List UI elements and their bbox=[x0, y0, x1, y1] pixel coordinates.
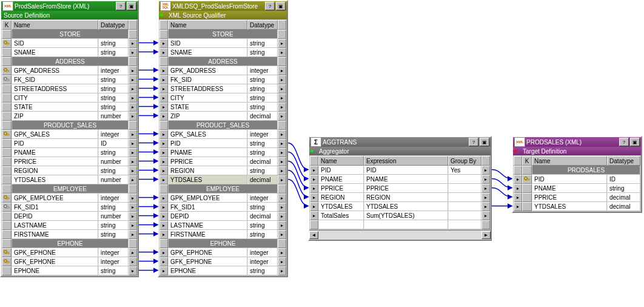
out-port[interactable]: ▸ bbox=[278, 212, 286, 221]
in-port[interactable]: ▸ bbox=[159, 194, 168, 203]
table-row[interactable]: FIRSTNAME string bbox=[12, 230, 129, 239]
out-port[interactable]: ▸ bbox=[278, 203, 286, 212]
column-header-datatype[interactable]: Datatype bbox=[607, 156, 640, 166]
out-port[interactable]: ▸ bbox=[129, 103, 137, 112]
table-row[interactable]: GFK_EPHONE integer bbox=[168, 257, 278, 266]
in-port[interactable]: ▸ bbox=[159, 230, 168, 239]
table-row[interactable]: FK_SID string bbox=[168, 75, 278, 84]
table-row[interactable]: REGION string bbox=[168, 166, 278, 175]
table-row[interactable]: SNAME string bbox=[168, 48, 278, 57]
column-header-inport[interactable] bbox=[159, 20, 168, 30]
in-port[interactable]: ▸ bbox=[159, 39, 168, 48]
out-port[interactable]: ▸ bbox=[129, 130, 137, 139]
in-port[interactable]: ▸ bbox=[514, 202, 522, 211]
in-port[interactable]: ▸ bbox=[159, 248, 168, 257]
column-header-datatype[interactable]: Datatype bbox=[98, 20, 129, 30]
table-row[interactable]: GPK_ADDRESS integer bbox=[168, 66, 278, 75]
in-port[interactable]: ▸ bbox=[514, 175, 522, 184]
in-port[interactable]: ▸ bbox=[159, 212, 168, 221]
in-port[interactable]: ▸ bbox=[159, 257, 168, 266]
table-row[interactable]: FK_SID1 string bbox=[168, 203, 278, 212]
in-port[interactable]: ▸ bbox=[159, 221, 168, 230]
table-row[interactable]: PPRICE decimal bbox=[532, 193, 640, 202]
table-row[interactable]: DEPID decimal bbox=[168, 212, 278, 221]
out-port[interactable]: ▸ bbox=[129, 266, 137, 275]
scroll-right-button[interactable]: ► bbox=[481, 231, 491, 239]
table-row[interactable]: GPK_EPHONE integer bbox=[168, 248, 278, 257]
table-row[interactable]: SNAME string bbox=[12, 48, 129, 57]
panel-titlebar[interactable]: XML PRODSALES (XML) ? ▣ bbox=[513, 137, 641, 147]
in-port[interactable]: ▸ bbox=[159, 139, 168, 148]
out-port[interactable]: ▸ bbox=[278, 39, 286, 48]
in-port[interactable]: ▸ bbox=[159, 112, 168, 121]
in-port[interactable]: ▸ bbox=[159, 75, 168, 84]
table-row[interactable] bbox=[318, 220, 481, 229]
source-qualifier-panel[interactable]: XML SQL XMLDSQ_ProdSalesFromStore ? ▣ ➔ … bbox=[158, 0, 288, 277]
out-port[interactable]: ▸ bbox=[278, 175, 286, 184]
table-row[interactable]: GPK_SALES integer bbox=[12, 130, 129, 139]
table-row[interactable]: FK_SID string bbox=[12, 75, 129, 84]
out-port[interactable]: ▸ bbox=[129, 66, 137, 75]
table-row[interactable]: FK_SID1 string bbox=[12, 203, 129, 212]
table-row[interactable]: GFK_EPHONE integer bbox=[12, 257, 129, 266]
out-port[interactable]: ▸ bbox=[278, 257, 286, 266]
table-row[interactable]: YTDSALES YTDSALES bbox=[318, 202, 481, 211]
panel-help-button[interactable]: ? bbox=[619, 138, 629, 146]
table-row[interactable]: PPRICE decimal bbox=[168, 157, 278, 166]
panel-titlebar[interactable]: XML ProdSalesFromStore (XML) ? ▣ bbox=[1, 1, 138, 11]
in-port[interactable]: ▸ bbox=[159, 157, 168, 166]
column-header-name[interactable]: Name bbox=[168, 20, 247, 30]
aggregator-panel[interactable]: Σ AGGTRANS ? ▣ ➔ Aggregator ▸▸▸▸▸▸ Name … bbox=[308, 136, 492, 241]
out-port[interactable]: ▸ bbox=[481, 175, 490, 184]
panel-toggle-button[interactable]: ▣ bbox=[480, 138, 489, 146]
horizontal-scrollbar[interactable]: ◄ ► bbox=[309, 230, 491, 240]
column-header-inport[interactable] bbox=[310, 156, 318, 166]
column-header-outport[interactable] bbox=[481, 156, 490, 166]
table-row[interactable]: GPK_EPHONE integer bbox=[12, 248, 129, 257]
out-port[interactable]: ▸ bbox=[481, 211, 490, 220]
column-header-name[interactable]: Name bbox=[318, 156, 364, 166]
out-port[interactable]: ▸ bbox=[278, 230, 286, 239]
scroll-left-button[interactable]: ◄ bbox=[309, 231, 318, 239]
out-port[interactable]: ▸ bbox=[278, 266, 286, 275]
table-row[interactable]: STREETADDRESS string bbox=[168, 84, 278, 93]
out-port[interactable]: ▸ bbox=[481, 202, 490, 211]
in-port[interactable] bbox=[310, 220, 318, 229]
panel-titlebar[interactable]: Σ AGGTRANS ? ▣ bbox=[309, 137, 491, 147]
out-port[interactable]: ▸ bbox=[129, 194, 137, 203]
out-port[interactable]: ▸ bbox=[278, 157, 286, 166]
panel-toggle-button[interactable]: ▣ bbox=[630, 138, 640, 146]
out-port[interactable]: ▸ bbox=[481, 193, 490, 202]
table-row[interactable]: YTDSALES decimal bbox=[168, 175, 278, 184]
out-port[interactable]: ▸ bbox=[129, 212, 137, 221]
table-row[interactable]: SID string bbox=[168, 39, 278, 48]
in-port[interactable]: ▸ bbox=[159, 103, 168, 112]
in-port[interactable]: ▸ bbox=[159, 175, 168, 184]
table-row[interactable]: FIRSTNAME string bbox=[168, 230, 278, 239]
table-row[interactable]: PID string bbox=[168, 139, 278, 148]
out-port[interactable]: ▸ bbox=[129, 248, 137, 257]
table-row[interactable]: LASTNAME string bbox=[168, 221, 278, 230]
table-row[interactable]: PPRICE number bbox=[12, 157, 129, 166]
out-port[interactable]: ▸ bbox=[129, 157, 137, 166]
table-row[interactable]: TotalSales Sum(YTDSALES) bbox=[318, 211, 481, 220]
column-header-datatype[interactable]: Datatype bbox=[247, 20, 278, 30]
in-port[interactable]: ▸ bbox=[310, 175, 318, 184]
panel-help-button[interactable]: ? bbox=[469, 138, 478, 146]
table-row[interactable]: REGION string bbox=[12, 166, 129, 175]
column-header-port[interactable] bbox=[129, 20, 137, 30]
out-port[interactable]: ▸ bbox=[129, 139, 137, 148]
out-port[interactable]: ▸ bbox=[129, 48, 137, 57]
in-port[interactable]: ▸ bbox=[159, 48, 168, 57]
out-port[interactable]: ▸ bbox=[129, 203, 137, 212]
table-row[interactable]: SID string bbox=[12, 39, 129, 48]
in-port[interactable]: ▸ bbox=[310, 193, 318, 202]
out-port[interactable]: ▸ bbox=[278, 221, 286, 230]
table-row[interactable]: STREETADDRESS string bbox=[12, 84, 129, 93]
table-row[interactable]: PNAME string bbox=[12, 148, 129, 157]
out-port[interactable]: ▸ bbox=[129, 148, 137, 157]
table-row[interactable]: EPHONE string bbox=[168, 266, 278, 275]
out-port[interactable]: ▸ bbox=[129, 112, 137, 121]
in-port[interactable]: ▸ bbox=[159, 66, 168, 75]
column-header-expr[interactable]: Expression bbox=[364, 156, 448, 166]
